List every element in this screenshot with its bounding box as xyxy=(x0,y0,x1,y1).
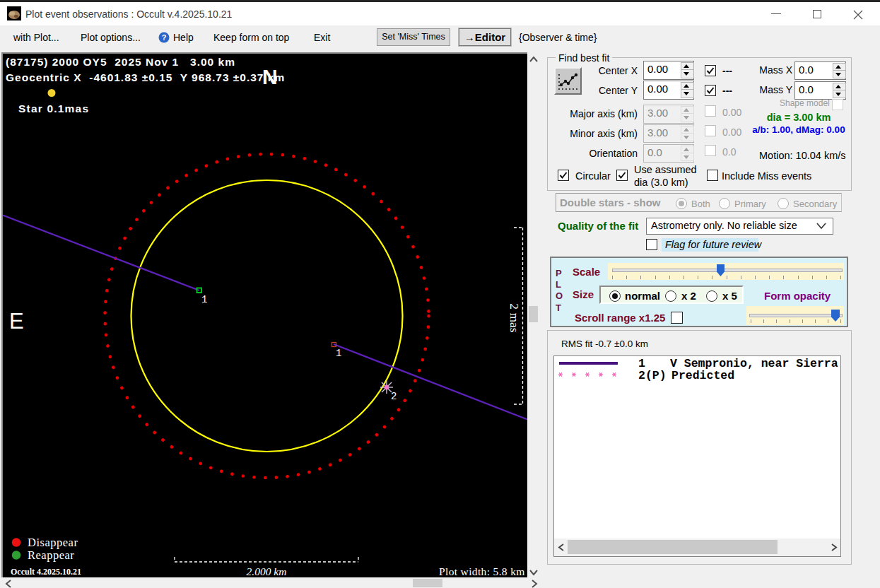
svg-text:Star 0.1mas: Star 0.1mas xyxy=(18,102,89,114)
svg-text:1: 1 xyxy=(201,294,207,305)
svg-text:2: 2 xyxy=(391,391,397,402)
svg-text:Geocentric X -4601.83 ±0.15: Geocentric X -4601.83 ±0.15 Y 968.73 ±0.… xyxy=(6,71,285,83)
svg-text:2 mas: 2 mas xyxy=(508,303,522,333)
svg-text:?: ? xyxy=(162,33,167,42)
svg-text:2.000 km: 2.000 km xyxy=(247,565,287,577)
svg-text:N: N xyxy=(262,65,278,88)
svg-text:Disappear: Disappear xyxy=(28,536,78,549)
svg-text:Plot width: 5.8 km: Plot width: 5.8 km xyxy=(439,565,525,577)
svg-text:(87175) 2000 OY5 2025 Nov 1: (87175) 2000 OY5 2025 Nov 1 3.00 km xyxy=(6,56,235,68)
svg-text:E: E xyxy=(9,309,24,334)
svg-text:Occult 4.2025.10.21: Occult 4.2025.10.21 xyxy=(11,567,81,577)
svg-text:1: 1 xyxy=(336,348,341,359)
svg-text:Reappear: Reappear xyxy=(28,548,74,562)
